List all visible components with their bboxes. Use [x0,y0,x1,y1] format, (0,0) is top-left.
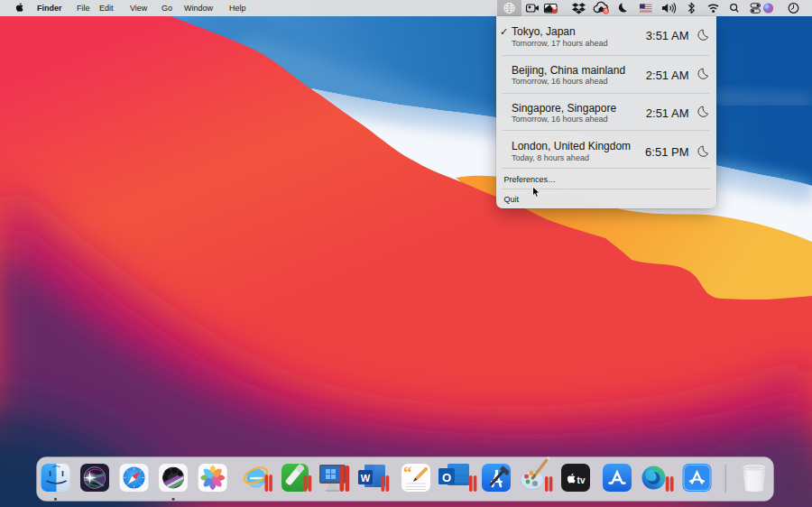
svg-text:W: W [361,473,371,484]
svg-text:“: “ [403,463,412,482]
svg-text:a: a [604,7,608,14]
svg-text:O: O [442,471,451,484]
svg-text:tv: tv [577,475,586,485]
